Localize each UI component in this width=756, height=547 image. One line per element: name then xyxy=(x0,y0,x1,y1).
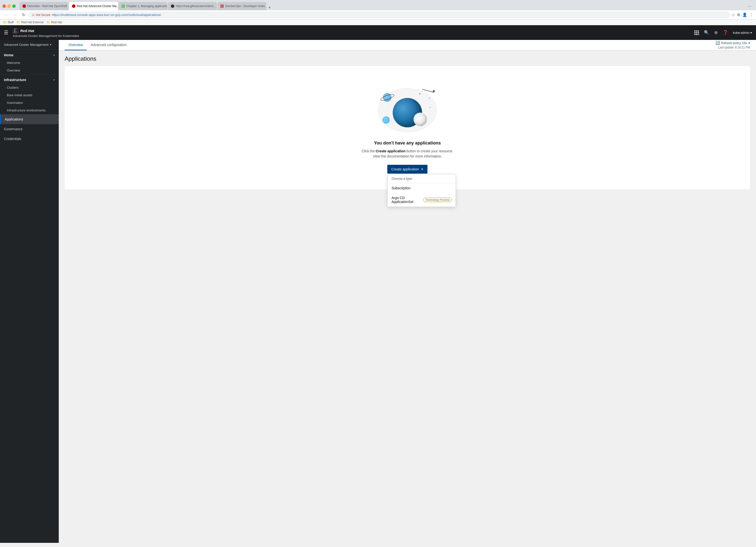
tab-advanced-config[interactable]: Advanced configuration xyxy=(87,40,130,50)
address-bar[interactable]: ⚠ Not Secure https://multicloud-console.… xyxy=(29,12,730,18)
back-button[interactable]: ← xyxy=(3,12,10,18)
browser-tab-4[interactable]: https://raw.githubusercontent... ✕ xyxy=(168,2,217,10)
hamburger-menu[interactable]: ☰ xyxy=(4,30,8,36)
applications-label: Applications xyxy=(5,117,23,121)
star-icon-1: ✦ xyxy=(418,92,421,96)
sidebar-item-infra-envs[interactable]: Infrastructure environments xyxy=(0,107,59,114)
context-label: Advanced Cluster Management xyxy=(4,43,48,47)
tab-overview[interactable]: Overview xyxy=(65,40,87,50)
sidebar-home-title: Home xyxy=(4,53,13,57)
browser-tab-2[interactable]: Red Hat Advanced Cluster Ma... ✕ xyxy=(69,2,118,10)
new-tab-button[interactable]: + xyxy=(267,5,272,10)
sidebar-item-credentials[interactable]: Credentials xyxy=(0,134,59,144)
sidebar: Advanced Cluster Management ▾ Home ▾ Wel… xyxy=(0,40,59,543)
address-url: https://multicloud-console.apps.iowa.bur… xyxy=(52,13,726,17)
search-btn[interactable]: 🔍 xyxy=(704,30,709,35)
tab-favicon-3 xyxy=(121,4,125,8)
content-body: ✦ ✦ ✦ ✦ xyxy=(65,66,750,189)
bookmark-redhat[interactable]: 📁 Red Hat xyxy=(47,21,62,24)
waffle-menu-btn[interactable] xyxy=(694,30,699,35)
forward-button[interactable]: → xyxy=(12,12,19,18)
bookmark-label-rh: Red Hat xyxy=(51,21,62,24)
empty-state-title: You don't have any applications xyxy=(374,141,441,146)
small-white-planet xyxy=(413,113,427,126)
sidebar-section-home-header[interactable]: Home ▾ xyxy=(0,50,59,59)
content-tabs: Overview Advanced configuration 🔄 Refres… xyxy=(59,40,756,50)
bookmark-button[interactable]: ☆ xyxy=(732,12,735,17)
browser-tab-3[interactable]: Chapter 1. Managing applicatio... ✕ xyxy=(118,2,167,10)
sidebar-section-home: Home ▾ Welcome Overview xyxy=(0,50,59,74)
create-button-wrapper: Create application ▼ Choose a type Subsc… xyxy=(387,165,427,174)
menu-button[interactable]: ⋮ xyxy=(749,12,753,17)
browser-tab-5[interactable]: DevSecOps - Developer motiv... ✕ xyxy=(217,2,266,10)
redhat-text: Red Hat xyxy=(20,29,34,33)
create-btn-label: Create application xyxy=(391,167,419,171)
redhat-logo: 🎩 Red Hat Advanced Cluster Management fo… xyxy=(12,28,79,38)
browser-tab-1[interactable]: Overview - Red Hat OpenShift ✕ xyxy=(20,2,69,10)
folder-icon: 📁 xyxy=(3,21,7,24)
profile-button[interactable]: 👤 xyxy=(742,12,747,17)
tab-label-4: https://raw.githubusercontent... xyxy=(176,4,216,8)
star-icon-2: ✦ xyxy=(428,97,430,99)
folder-icon-3: 📁 xyxy=(47,21,50,24)
folder-icon-2: 📁 xyxy=(16,21,20,24)
governance-label: Governance xyxy=(4,127,23,131)
empty-state: ✦ ✦ ✦ ✦ xyxy=(71,76,744,183)
top-navigation: ☰ 🎩 Red Hat Advanced Cluster Management … xyxy=(0,25,756,40)
credentials-label: Credentials xyxy=(4,137,21,141)
user-dropdown-arrow: ▾ xyxy=(750,31,752,35)
security-label: Not Secure xyxy=(36,13,50,17)
browser-chrome: Overview - Red Hat OpenShift ✕ Red Hat A… xyxy=(0,0,756,25)
sidebar-item-applications[interactable]: Applications xyxy=(0,114,59,124)
technology-preview-badge: Technology Preview xyxy=(423,198,452,202)
dropdown-item-subscription[interactable]: Subscription xyxy=(388,183,456,193)
bookmark-redhat-external[interactable]: 📁 Red Hat External xyxy=(16,21,43,24)
reload-button[interactable]: ↻ xyxy=(21,12,27,18)
home-chevron-icon: ▾ xyxy=(53,54,55,57)
subscription-label: Subscription xyxy=(391,186,410,190)
warning-icon: ⚠ xyxy=(32,13,35,17)
sidebar-item-clusters[interactable]: Clusters xyxy=(0,84,59,91)
planets-illustration: ✦ ✦ ✦ ✦ xyxy=(376,86,439,135)
sidebar-section-infra-header[interactable]: Infrastructure ▾ xyxy=(0,74,59,84)
refresh-label: Refresh every 15s xyxy=(721,41,747,45)
empty-state-description: Click the Create application button to c… xyxy=(362,149,453,159)
sidebar-item-automation[interactable]: Automation xyxy=(0,99,59,107)
app-subtitle: Advanced Cluster Management for Kubernet… xyxy=(13,34,79,38)
tab-label-3: Chapter 1. Managing applicatio... xyxy=(126,4,167,8)
security-warning: ⚠ Not Secure xyxy=(32,13,50,17)
browser-tabs: Overview - Red Hat OpenShift ✕ Red Hat A… xyxy=(20,2,703,10)
tab-favicon-2 xyxy=(72,4,75,8)
sidebar-infra-title: Infrastructure xyxy=(4,78,26,82)
content-panel: ✦ ✦ ✦ ✦ xyxy=(65,66,750,189)
bookmarks-bar: 📁 Stuff 📁 Red Hat External 📁 Red Hat xyxy=(0,20,756,25)
refresh-button[interactable]: 🔄 Refresh every 15s ▾ xyxy=(716,41,750,45)
close-window-btn[interactable] xyxy=(2,4,6,8)
user-menu[interactable]: kube:admin ▾ xyxy=(733,31,752,35)
browser-minimize-btn[interactable]: ⋯ xyxy=(748,4,752,9)
bookmark-stuff[interactable]: 📁 Stuff xyxy=(3,21,13,24)
page-title: Applications xyxy=(65,55,750,62)
create-application-button[interactable]: Create application ▼ xyxy=(387,165,427,174)
bookmark-label-stuff: Stuff xyxy=(8,21,13,24)
sidebar-context-switcher[interactable]: Advanced Cluster Management ▾ xyxy=(0,40,59,50)
sidebar-item-welcome[interactable]: Welcome xyxy=(0,59,59,67)
maximize-window-btn[interactable] xyxy=(12,4,16,8)
main-container: Advanced Cluster Management ▾ Home ▾ Wel… xyxy=(0,40,756,543)
logo-image: 🎩 Red Hat xyxy=(12,28,79,34)
dropdown-item-argocd[interactable]: Argo CD ApplicationSet Technology Previe… xyxy=(388,193,456,207)
extensions-button[interactable]: ⚙ xyxy=(737,12,740,17)
add-btn[interactable]: ⊕ xyxy=(714,30,718,35)
dropdown-header: Choose a type xyxy=(388,174,456,183)
browser-titlebar: Overview - Red Hat OpenShift ✕ Red Hat A… xyxy=(0,0,756,10)
sidebar-item-governance[interactable]: Governance xyxy=(0,124,59,134)
refresh-icon: 🔄 xyxy=(716,41,720,45)
sidebar-item-overview[interactable]: Overview xyxy=(0,67,59,74)
sidebar-item-bare-metal[interactable]: Bare metal assets xyxy=(0,91,59,99)
header-right: 🔄 Refresh every 15s ▾ Last update: 6:16:… xyxy=(130,40,750,50)
tab-favicon-1 xyxy=(23,4,26,8)
waffle-icon xyxy=(694,30,699,35)
help-btn[interactable]: ❓ xyxy=(723,30,728,35)
minimize-window-btn[interactable] xyxy=(7,4,11,8)
last-update-text: Last update: 6:16:21 PM xyxy=(718,46,750,49)
